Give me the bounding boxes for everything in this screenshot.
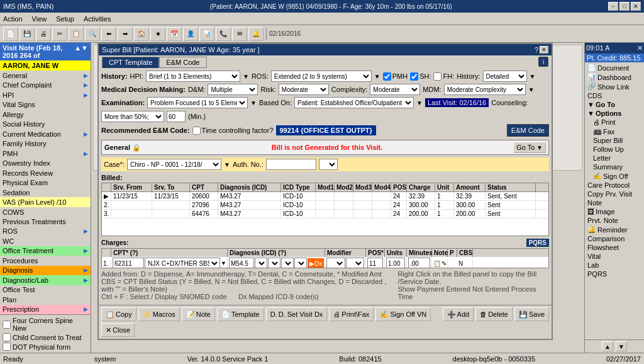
based-on-select[interactable]: Patient: Established Office/Outpatient [294,97,414,108]
diag-select-1[interactable] [255,258,267,268]
toolbar-btn-5[interactable]: 📋 [69,27,84,41]
toolbar-btn-4[interactable]: ✂ [52,27,67,41]
child-consent-checkbox[interactable] [3,333,11,341]
set-visit-dx-button[interactable]: D. D. Set Visit Dx [266,307,328,321]
toolbar-btn-14[interactable]: 📞 [216,27,231,41]
toolbar-btn-12[interactable]: 👤 [183,27,198,41]
sidebar-item-vital-signs[interactable]: Vital Signs [0,100,91,109]
toolbar-btn-13[interactable]: 📊 [199,27,214,41]
cpt-input-1[interactable] [113,258,144,268]
right-item-dashboard[interactable]: 📊 Dashboard [586,72,643,82]
sidebar-item-procedures[interactable]: Procedures [0,256,91,265]
right-item-copy-prv[interactable]: Copy Prv. Visit [586,190,643,198]
note-icon-1[interactable]: 📋 [433,260,441,267]
right-item-image[interactable]: 🖼 Image [586,207,643,216]
em-code-button[interactable]: E&M Code [507,124,549,137]
copy-button[interactable]: 📋 Copy [101,307,136,321]
sidebar-item-plan[interactable]: Plan [0,295,91,304]
sidebar-item-family-history[interactable]: Family History [0,139,91,148]
toolbar-btn-3[interactable]: 🖨 [36,27,51,41]
right-item-show-link[interactable]: 🔗 Show Link [586,82,643,91]
dot-physical-checkbox[interactable] [3,343,11,351]
complexity-select[interactable]: Moderate [370,84,420,95]
right-item-cds[interactable]: CDS [586,91,643,100]
diag-select-1d[interactable] [294,258,307,268]
macros-button[interactable]: ⚡ Macros [138,307,180,321]
sidebar-item-chief-complaint[interactable]: Chief Complaint ▶ [0,80,91,89]
toolbar-btn-15[interactable]: ✉ [232,27,247,41]
diag-input-1[interactable] [229,258,254,268]
sidebar-item-pmh[interactable]: PMH ▶ [0,149,91,158]
toolbar-btn-16[interactable]: 🔔 [248,27,264,41]
mod-select-1b[interactable] [346,258,365,268]
right-item-goto[interactable]: ▼ Go To [586,100,643,109]
right-item-reminder[interactable]: 🔔 Reminder [586,225,643,234]
right-item-prvt-note[interactable]: Prvt. Note [586,216,643,225]
add-button[interactable]: ➕ Add [443,307,474,321]
sidebar-item-records-review[interactable]: Records Review [0,168,91,178]
toolbar-btn-1[interactable]: 📄 [3,27,18,41]
sidebar-item-previous-treatments[interactable]: Previous Treatments [0,217,91,226]
auth-select[interactable] [319,159,338,170]
sidebar-item-vas[interactable]: VAS (Pain Level) /10 [0,197,91,207]
sidebar-item-prescription[interactable]: Prescription ▶ [0,305,91,314]
toolbar-btn-7[interactable]: ⬅ [101,27,116,41]
time-controlling-checkbox[interactable] [192,127,201,135]
sidebar-item-general[interactable]: General ▶ [0,71,91,80]
sign-off-vn-button[interactable]: ✍ Sign Off VN [375,307,431,321]
risk-select[interactable]: Moderate [279,84,329,95]
auth-input[interactable] [266,159,316,170]
diag-select-1b[interactable] [268,258,280,268]
history-result-select[interactable]: Detailed [483,71,527,82]
general-info-icon[interactable]: 🔒 [132,144,141,151]
right-item-options[interactable]: ▼ Options [586,109,643,118]
save-button[interactable]: 💾 Save [514,307,549,321]
counseling-select[interactable]: More than 50%; [101,111,164,122]
exam-select[interactable]: Problem Focused (1 to 5 Eleme... [147,97,248,108]
sidebar-item-current-medication[interactable]: Current Medication ▶ [0,129,91,139]
menu-setup[interactable]: Setup [56,15,74,23]
right-item-comparison[interactable]: Comparison [586,234,643,243]
sidebar-item-physical-exam[interactable]: Physical Exam [0,178,91,187]
close-right-panel[interactable]: ✕ [637,44,643,52]
billed-row[interactable]: 2. 27096 M43.27 ICD-10 24 300.00 [102,201,548,210]
delete-button[interactable]: 🗑 Delete [475,307,513,321]
tab-cpt-template[interactable]: CPT Template [102,57,159,68]
right-item-document[interactable]: 📄 Document [586,63,643,72]
right-nav-down[interactable]: ▼ [616,341,627,351]
dialog-help[interactable]: ? [535,46,538,54]
toolbar-btn-2[interactable]: 💾 [19,27,35,41]
right-item-vital[interactable]: Vital [586,252,643,261]
mdm-result-select[interactable]: Moderate Complexity [444,84,526,95]
maximize-btn[interactable]: □ [619,2,630,11]
dx-btn-1[interactable]: ▶Dx [308,258,324,268]
right-item-flowsheet[interactable]: Flowsheet [586,243,643,252]
right-item-pqrs[interactable]: PQRS [586,270,643,278]
note-button[interactable]: 📝 Note [182,307,215,321]
sidebar-item-wc[interactable]: WC [0,236,91,246]
close-btn[interactable]: ✕ [631,2,641,11]
mod-select-1[interactable] [326,258,345,268]
pmh-checkbox[interactable] [383,72,391,81]
minimize-btn[interactable]: − [608,2,618,11]
sidebar-item-allergy[interactable]: Allergy [0,110,91,119]
sidebar-item-hpi[interactable]: HPI ▶ [0,90,91,100]
goto-button[interactable]: Go To ▼ [513,142,546,153]
right-item-care-protocol[interactable]: Care Protocol [586,181,643,190]
right-item-print[interactable]: 🖨 Print [586,118,643,127]
billed-row[interactable]: 3. 64476 M43.27 ICD-10 24 200.00 [102,210,548,219]
dm-select[interactable]: Multiple [208,84,258,95]
right-nav-up[interactable]: ▲ [602,341,613,351]
right-item-letter[interactable]: Letter [586,154,643,162]
toolbar-btn-9[interactable]: 🏠 [134,27,149,41]
menu-view[interactable]: View [32,15,47,23]
menu-action[interactable]: Action [3,15,23,23]
right-item-sign-off[interactable]: ✍ Sign Off [586,171,643,181]
sidebar-item-office-treatment[interactable]: Office Treatment ▶ [0,246,91,256]
right-item-lab[interactable]: Lab [586,261,643,270]
billed-row[interactable]: ▶ 11/23/15 11/23/15 20600 M43.27 ICD-10 … [102,192,548,201]
menu-activities[interactable]: Activities [84,15,111,23]
toolbar-btn-10[interactable]: ★ [150,27,165,41]
print-fax-button[interactable]: 🖨 Print\Fax [329,307,374,321]
info-btn[interactable]: i [538,57,548,67]
